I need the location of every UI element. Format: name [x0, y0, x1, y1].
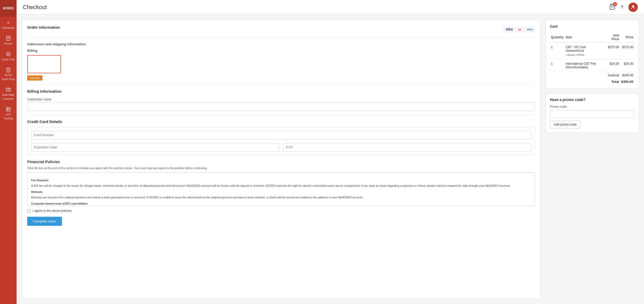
cardholder-name-group: Cardholder name	[27, 98, 535, 111]
svg-point-4	[6, 52, 10, 56]
cart-title: Cart	[550, 24, 634, 28]
financial-policies-section: Financial Policies Click the box at the …	[27, 160, 535, 226]
item1-name: CBT - PE Civil: Geotechnical Board: KPEA	[565, 43, 605, 59]
amex-icon: AMEX	[525, 27, 535, 32]
right-panel: Cart Quantity Item Unit Price Price 1	[546, 20, 639, 299]
cardholder-name-input[interactable]	[27, 102, 535, 111]
total-row: Total $400.00	[550, 79, 634, 85]
left-panel: Order Information VISA ●● AMEX Addresses…	[22, 20, 540, 299]
cvv-group	[283, 143, 531, 151]
payment-icons: VISA ●● AMEX	[504, 27, 535, 32]
page-title: Checkout	[23, 4, 47, 11]
help-button[interactable]: ?	[621, 5, 623, 10]
policy-cbt-title: Computer-based exam (CBT) cancellation	[31, 201, 531, 206]
cpc-icon	[5, 106, 11, 112]
col-price: Price	[620, 32, 634, 43]
policy-fee-disputes-text: A $25 fee will be charged to the issuer …	[31, 184, 531, 188]
sidebar-item-exams[interactable]: Exams	[0, 32, 17, 48]
subtotal-label: Subtotal	[605, 72, 620, 79]
policy-refunds-title: Refunds	[31, 190, 531, 194]
promo-label: Promo code	[550, 105, 634, 108]
policy-refunds-text: Refunds are issued to the original payme…	[31, 195, 531, 200]
svg-rect-0	[6, 36, 10, 40]
complete-order-button[interactable]: Complete order	[27, 217, 62, 226]
promo-title: Have a promo code?	[550, 98, 634, 102]
agree-row: I agree to the above policies.	[27, 209, 535, 213]
cart-button[interactable]: 2	[609, 4, 615, 11]
add-promo-button[interactable]: Add promo code	[550, 121, 581, 128]
svg-point-5	[8, 53, 9, 55]
cart-badge: 2	[613, 2, 617, 6]
sidebar-item-dashboard[interactable]: ⊞ Dashboard	[0, 17, 17, 32]
order-info-title: Order Information	[27, 25, 60, 30]
mastercard-icon: ●●	[516, 27, 523, 32]
total-label: Total	[605, 79, 620, 85]
subtotal-row: Subtotal $400.00	[550, 72, 634, 79]
financial-title: Financial Policies	[27, 160, 535, 164]
content-area: Order Information VISA ●● AMEX Addresses…	[17, 15, 644, 304]
expiration-input[interactable]	[31, 143, 279, 151]
cc-fields	[27, 127, 535, 155]
item2-unit-price: $25.00	[605, 59, 620, 72]
agree-label: I agree to the above policies.	[33, 209, 72, 213]
cc-exp-cvv-row	[31, 143, 531, 151]
dashboard-icon: ⊞	[5, 20, 11, 25]
item2-name: International CBT Fee (Nonrefundable)	[565, 59, 605, 72]
sidebar: NCEES ⊞ Dashboard Exams Exam Prep PE/PS …	[0, 0, 17, 304]
item2-title: International CBT Fee (Nonrefundable)	[566, 62, 604, 69]
pe-ps-icon	[5, 67, 11, 73]
expiration-group	[31, 143, 279, 151]
item1-sub: Board: KPEA	[566, 53, 604, 56]
cart-table: Quantity Item Unit Price Price 1 CBT - P…	[550, 32, 634, 85]
policy-fee-disputes-title: Fee disputes	[31, 178, 531, 183]
item2-price: $25.00	[620, 59, 634, 72]
cc-details-title: Credit Card Details	[27, 119, 535, 124]
multi-state-icon	[5, 87, 11, 92]
total-value: $400.00	[620, 79, 634, 85]
cardholder-name-label: Cardholder name	[27, 98, 535, 101]
avatar[interactable]	[628, 3, 638, 12]
col-quantity: Quantity	[550, 32, 565, 43]
item2-qty: 1	[550, 59, 565, 72]
item1-price: $375.00	[620, 43, 634, 59]
addresses-title: Addresses and shipping information	[27, 42, 535, 46]
main-wrapper: Checkout 2 ? Order Information VISA ●●	[17, 0, 644, 304]
sidebar-item-cpc[interactable]: CPC Tracking	[0, 103, 17, 123]
visa-icon: VISA	[504, 27, 515, 32]
billing-info-title: Billing Information	[27, 89, 535, 93]
item1-qty: 1	[550, 43, 565, 59]
credit-card-section: Credit Card Details	[27, 119, 535, 155]
table-row: 1 CBT - PE Civil: Geotechnical Board: KP…	[550, 43, 634, 59]
cart-panel: Cart Quantity Item Unit Price Price 1	[546, 20, 639, 89]
card-number-input[interactable]	[31, 131, 531, 139]
top-bar-right: 2 ?	[609, 3, 638, 12]
policy-notice: Click the box at the end of this section…	[27, 167, 535, 170]
billing-address-box	[27, 55, 61, 73]
sidebar-item-multi-state[interactable]: Multi-State Licensure	[0, 84, 17, 103]
col-item: Item	[565, 32, 605, 43]
cvv-input[interactable]	[283, 143, 531, 151]
change-button[interactable]: Change	[27, 75, 43, 81]
promo-input[interactable]	[550, 110, 634, 118]
agree-checkbox[interactable]	[27, 209, 31, 213]
card-number-group	[31, 131, 531, 139]
sidebar-item-exam-prep[interactable]: Exam Prep	[0, 48, 17, 64]
svg-rect-13	[6, 107, 10, 111]
item1-unit-price: $375.00	[605, 43, 620, 59]
col-unit-price: Unit Price	[605, 32, 620, 43]
billing-info-section: Billing Information Cardholder name	[27, 89, 535, 111]
table-row: 1 International CBT Fee (Nonrefundable) …	[550, 59, 634, 72]
exam-prep-icon	[5, 51, 11, 57]
order-info-section: Order Information VISA ●● AMEX Addresses…	[27, 25, 535, 81]
item1-title: CBT - PE Civil: Geotechnical	[566, 45, 604, 53]
ncees-logo[interactable]: NCEES	[0, 0, 17, 17]
subtotal-value: $400.00	[620, 72, 634, 79]
exams-icon	[5, 35, 11, 41]
svg-point-18	[632, 5, 634, 7]
billing-label: Billing	[27, 49, 535, 53]
top-bar: Checkout 2 ?	[17, 0, 644, 15]
policy-box: Fee disputes A $25 fee will be charged t…	[27, 172, 535, 206]
sidebar-item-pe-ps[interactable]: PE/PS Exam Docs	[0, 64, 17, 84]
promo-panel: Have a promo code? Promo code Add promo …	[546, 93, 639, 133]
